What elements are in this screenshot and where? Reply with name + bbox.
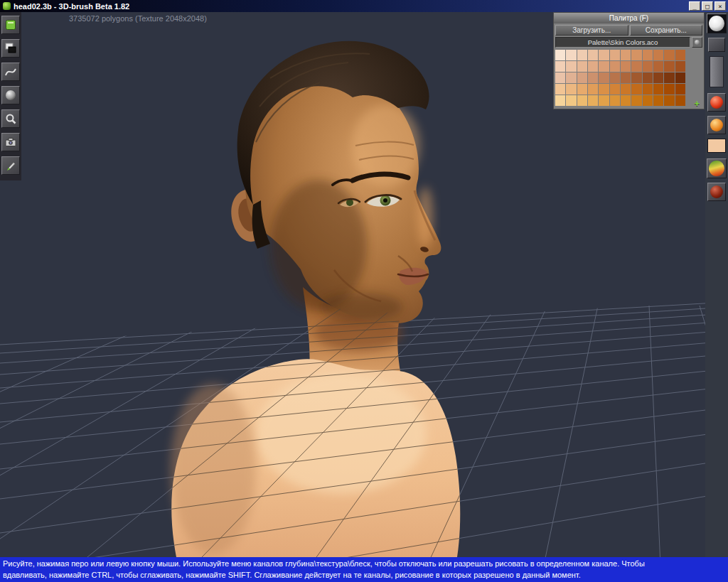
palette-swatch[interactable] — [621, 50, 631, 60]
palette-swatch[interactable] — [577, 84, 587, 95]
open-file-button[interactable] — [1, 16, 20, 34]
dark-red-material-button[interactable] — [707, 183, 726, 201]
layers-icon — [4, 42, 17, 55]
palette-swatch[interactable] — [555, 61, 565, 72]
sphere-icon — [4, 89, 17, 102]
palette-swatch[interactable] — [675, 50, 685, 60]
palette-swatch[interactable] — [555, 72, 565, 83]
palette-swatch[interactable] — [653, 95, 663, 106]
palette-swatch[interactable] — [566, 61, 576, 72]
pen-button[interactable] — [1, 156, 20, 175]
color-wheel-icon — [709, 161, 724, 176]
zoom-button[interactable] — [1, 109, 20, 128]
palette-swatch[interactable] — [599, 61, 609, 72]
palette-title[interactable]: Палитра (F) — [554, 13, 704, 23]
palette-swatch[interactable] — [555, 84, 565, 95]
zoom-icon — [4, 112, 17, 125]
palette-swatch[interactable] — [566, 84, 576, 95]
minimize-button[interactable]: _ — [689, 1, 700, 11]
palette-swatch[interactable] — [588, 72, 598, 83]
palette-swatch[interactable] — [555, 95, 565, 106]
palette-swatch[interactable] — [643, 61, 653, 72]
palette-swatch[interactable] — [599, 84, 609, 95]
window-title: head02.3b - 3D-brush Beta 1.82 — [14, 2, 689, 11]
palette-swatch[interactable] — [664, 84, 674, 95]
palette-swatch[interactable] — [631, 95, 641, 106]
palette-swatch[interactable] — [653, 72, 663, 83]
palette-file-dropdown[interactable]: Palette\Skin Colors.aco — [555, 37, 690, 48]
palette-swatch[interactable] — [621, 84, 631, 95]
palette-swatch[interactable] — [610, 84, 620, 95]
palette-swatch[interactable] — [577, 61, 587, 72]
palette-swatch[interactable] — [653, 84, 663, 95]
palette-swatch[interactable] — [577, 50, 587, 60]
layers-button[interactable] — [1, 39, 20, 58]
help-bar: Рисуйте, нажимая перо или левую кнопку м… — [0, 557, 728, 582]
palette-swatch[interactable] — [631, 50, 641, 60]
palette-swatch[interactable] — [588, 61, 598, 72]
close-button[interactable]: × — [714, 1, 726, 11]
window-titlebar[interactable]: head02.3b - 3D-brush Beta 1.82 _ □ × — [0, 0, 728, 12]
palette-swatch[interactable] — [675, 61, 685, 72]
red-material-button[interactable] — [707, 93, 726, 112]
blank-tool-button[interactable] — [708, 38, 725, 52]
palette-swatch[interactable] — [566, 50, 576, 60]
palette-swatch[interactable] — [577, 72, 587, 83]
polygon-status: 3735072 polygons (Texture 2048x2048) — [69, 14, 207, 23]
current-color-swatch[interactable] — [707, 139, 726, 153]
palette-swatch[interactable] — [653, 50, 663, 60]
sphere-tool-button[interactable] — [1, 86, 20, 104]
zoom-slider-track[interactable] — [710, 56, 724, 87]
curves-button[interactable] — [1, 63, 20, 81]
palette-swatch[interactable] — [610, 95, 620, 106]
file-icon — [4, 18, 17, 31]
palette-swatch[interactable] — [643, 50, 653, 60]
palette-swatch[interactable] — [664, 72, 674, 83]
red-material-icon — [710, 96, 723, 109]
palette-swatch[interactable] — [675, 72, 685, 83]
palette-swatch[interactable] — [588, 50, 598, 60]
palette-swatch[interactable] — [664, 50, 674, 60]
palette-save-button[interactable]: Сохранить... — [630, 25, 703, 36]
palette-swatch[interactable] — [610, 50, 620, 60]
palette-panel: Палитра (F) Загрузить... Сохранить... Pa… — [553, 12, 705, 109]
palette-swatch[interactable] — [610, 61, 620, 72]
left-toolbar — [0, 12, 21, 180]
palette-swatch[interactable] — [577, 95, 587, 106]
palette-swatch[interactable] — [566, 72, 576, 83]
orange-material-button[interactable] — [707, 116, 726, 134]
palette-swatch[interactable] — [566, 95, 576, 106]
palette-file-menu-button[interactable] — [692, 37, 702, 48]
palette-swatch[interactable] — [631, 61, 641, 72]
palette-swatch[interactable] — [621, 95, 631, 106]
maximize-button[interactable]: □ — [702, 1, 713, 11]
add-color-button[interactable]: + — [694, 99, 700, 108]
palette-swatch[interactable] — [631, 72, 641, 83]
palette-swatch[interactable] — [599, 95, 609, 106]
palette-swatch[interactable] — [643, 84, 653, 95]
palette-swatch[interactable] — [675, 84, 685, 95]
help-line-1: Рисуйте, нажимая перо или левую кнопку м… — [3, 558, 725, 569]
palette-swatch[interactable] — [621, 72, 631, 83]
palette-swatch[interactable] — [555, 50, 565, 60]
color-wheel-button[interactable] — [707, 158, 727, 178]
palette-swatch[interactable] — [599, 72, 609, 83]
window-controls: _ □ × — [689, 1, 727, 11]
palette-load-button[interactable]: Загрузить... — [555, 25, 628, 36]
palette-swatch[interactable] — [610, 72, 620, 83]
palette-swatch[interactable] — [643, 95, 653, 106]
app-window: head02.3b - 3D-brush Beta 1.82 _ □ × 373… — [0, 0, 728, 582]
palette-swatch[interactable] — [664, 61, 674, 72]
palette-swatch[interactable] — [621, 61, 631, 72]
palette-swatch[interactable] — [664, 95, 674, 106]
palette-swatch[interactable] — [588, 95, 598, 106]
curve-icon — [4, 65, 17, 78]
palette-swatch[interactable] — [653, 61, 663, 72]
palette-swatch[interactable] — [643, 72, 653, 83]
camera-button[interactable] — [1, 133, 20, 151]
environment-light-button[interactable] — [707, 14, 727, 33]
palette-swatch[interactable] — [631, 84, 641, 95]
palette-swatch[interactable] — [599, 50, 609, 60]
palette-swatch[interactable] — [588, 84, 598, 95]
palette-swatch[interactable] — [675, 95, 685, 106]
